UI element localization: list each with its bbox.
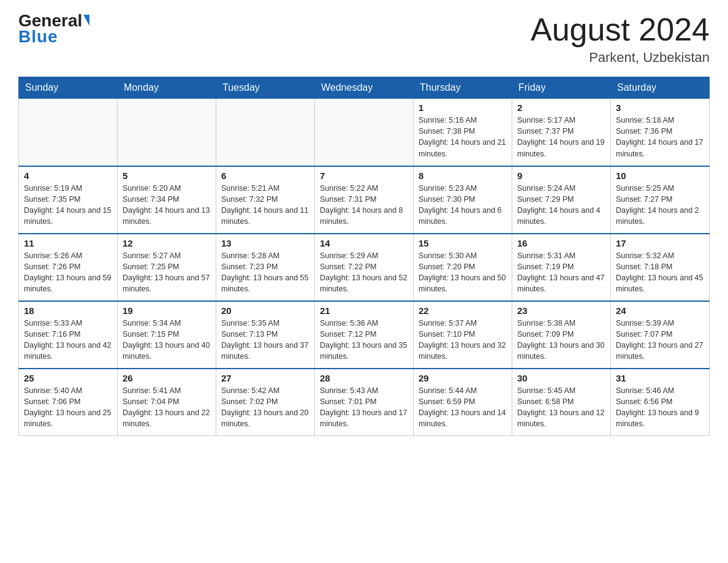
day-number: 26 bbox=[123, 373, 211, 383]
calendar-week-3: 11Sunrise: 5:26 AM Sunset: 7:26 PM Dayli… bbox=[19, 234, 710, 301]
day-info: Sunrise: 5:33 AM Sunset: 7:16 PM Dayligh… bbox=[24, 318, 112, 362]
table-row: 28Sunrise: 5:43 AM Sunset: 7:01 PM Dayli… bbox=[315, 369, 414, 436]
day-info: Sunrise: 5:28 AM Sunset: 7:23 PM Dayligh… bbox=[221, 250, 309, 295]
table-row: 18Sunrise: 5:33 AM Sunset: 7:16 PM Dayli… bbox=[19, 301, 118, 369]
day-info: Sunrise: 5:32 AM Sunset: 7:18 PM Dayligh… bbox=[616, 250, 704, 295]
table-row: 8Sunrise: 5:23 AM Sunset: 7:30 PM Daylig… bbox=[414, 166, 512, 234]
location-title: Parkent, Uzbekistan bbox=[531, 50, 710, 66]
day-info: Sunrise: 5:17 AM Sunset: 7:37 PM Dayligh… bbox=[517, 115, 605, 159]
day-info: Sunrise: 5:31 AM Sunset: 7:19 PM Dayligh… bbox=[517, 250, 605, 295]
day-info: Sunrise: 5:41 AM Sunset: 7:04 PM Dayligh… bbox=[123, 385, 211, 430]
day-number: 27 bbox=[221, 373, 309, 383]
table-row: 20Sunrise: 5:35 AM Sunset: 7:13 PM Dayli… bbox=[216, 301, 315, 369]
calendar-week-4: 18Sunrise: 5:33 AM Sunset: 7:16 PM Dayli… bbox=[19, 301, 710, 369]
day-info: Sunrise: 5:46 AM Sunset: 6:56 PM Dayligh… bbox=[616, 385, 704, 430]
day-number: 9 bbox=[517, 170, 605, 181]
day-number: 2 bbox=[517, 102, 605, 113]
day-info: Sunrise: 5:45 AM Sunset: 6:58 PM Dayligh… bbox=[517, 385, 605, 430]
day-info: Sunrise: 5:42 AM Sunset: 7:02 PM Dayligh… bbox=[221, 385, 309, 430]
day-number: 29 bbox=[419, 373, 507, 383]
day-info: Sunrise: 5:26 AM Sunset: 7:26 PM Dayligh… bbox=[24, 250, 112, 295]
day-info: Sunrise: 5:19 AM Sunset: 7:35 PM Dayligh… bbox=[24, 183, 112, 228]
col-header-wednesday: Wednesday bbox=[315, 77, 414, 99]
col-header-sunday: Sunday bbox=[19, 77, 118, 99]
col-header-thursday: Thursday bbox=[414, 77, 512, 99]
day-info: Sunrise: 5:25 AM Sunset: 7:27 PM Dayligh… bbox=[616, 183, 704, 228]
day-number: 22 bbox=[419, 305, 507, 316]
day-info: Sunrise: 5:24 AM Sunset: 7:29 PM Dayligh… bbox=[517, 183, 605, 228]
table-row: 2Sunrise: 5:17 AM Sunset: 7:37 PM Daylig… bbox=[512, 99, 611, 166]
calendar-week-5: 25Sunrise: 5:40 AM Sunset: 7:06 PM Dayli… bbox=[19, 369, 710, 436]
table-row bbox=[118, 99, 216, 166]
table-row: 1Sunrise: 5:16 AM Sunset: 7:38 PM Daylig… bbox=[414, 99, 512, 166]
table-row: 13Sunrise: 5:28 AM Sunset: 7:23 PM Dayli… bbox=[216, 234, 315, 301]
table-row: 27Sunrise: 5:42 AM Sunset: 7:02 PM Dayli… bbox=[216, 369, 315, 436]
day-number: 20 bbox=[221, 305, 309, 316]
calendar-header-row: Sunday Monday Tuesday Wednesday Thursday… bbox=[19, 77, 710, 99]
table-row: 26Sunrise: 5:41 AM Sunset: 7:04 PM Dayli… bbox=[118, 369, 216, 436]
table-row bbox=[315, 99, 414, 166]
table-row: 22Sunrise: 5:37 AM Sunset: 7:10 PM Dayli… bbox=[414, 301, 512, 369]
day-number: 11 bbox=[24, 238, 112, 248]
header: General Blue August 2024 Parkent, Uzbeki… bbox=[18, 12, 710, 66]
table-row: 9Sunrise: 5:24 AM Sunset: 7:29 PM Daylig… bbox=[512, 166, 611, 234]
table-row: 10Sunrise: 5:25 AM Sunset: 7:27 PM Dayli… bbox=[611, 166, 710, 234]
col-header-tuesday: Tuesday bbox=[216, 77, 315, 99]
day-number: 23 bbox=[517, 305, 605, 316]
col-header-monday: Monday bbox=[118, 77, 216, 99]
day-number: 30 bbox=[517, 373, 605, 383]
day-info: Sunrise: 5:30 AM Sunset: 7:20 PM Dayligh… bbox=[419, 250, 507, 295]
day-number: 15 bbox=[419, 238, 507, 248]
day-number: 12 bbox=[123, 238, 211, 248]
day-number: 14 bbox=[320, 238, 408, 248]
table-row: 15Sunrise: 5:30 AM Sunset: 7:20 PM Dayli… bbox=[414, 234, 512, 301]
table-row: 23Sunrise: 5:38 AM Sunset: 7:09 PM Dayli… bbox=[512, 301, 611, 369]
day-number: 31 bbox=[616, 373, 704, 383]
calendar-week-1: 1Sunrise: 5:16 AM Sunset: 7:38 PM Daylig… bbox=[19, 99, 710, 166]
table-row: 11Sunrise: 5:26 AM Sunset: 7:26 PM Dayli… bbox=[19, 234, 118, 301]
day-info: Sunrise: 5:22 AM Sunset: 7:31 PM Dayligh… bbox=[320, 183, 408, 228]
table-row: 17Sunrise: 5:32 AM Sunset: 7:18 PM Dayli… bbox=[611, 234, 710, 301]
table-row: 3Sunrise: 5:18 AM Sunset: 7:36 PM Daylig… bbox=[611, 99, 710, 166]
day-number: 28 bbox=[320, 373, 408, 383]
day-number: 21 bbox=[320, 305, 408, 316]
day-number: 7 bbox=[320, 170, 408, 181]
table-row: 7Sunrise: 5:22 AM Sunset: 7:31 PM Daylig… bbox=[315, 166, 414, 234]
day-number: 5 bbox=[123, 170, 211, 181]
month-title: August 2024 bbox=[531, 12, 710, 47]
day-number: 13 bbox=[221, 238, 309, 248]
day-number: 24 bbox=[616, 305, 704, 316]
day-info: Sunrise: 5:38 AM Sunset: 7:09 PM Dayligh… bbox=[517, 318, 605, 362]
day-info: Sunrise: 5:44 AM Sunset: 6:59 PM Dayligh… bbox=[419, 385, 507, 430]
col-header-saturday: Saturday bbox=[611, 77, 710, 99]
day-info: Sunrise: 5:37 AM Sunset: 7:10 PM Dayligh… bbox=[419, 318, 507, 362]
table-row: 12Sunrise: 5:27 AM Sunset: 7:25 PM Dayli… bbox=[118, 234, 216, 301]
day-number: 6 bbox=[221, 170, 309, 181]
table-row: 21Sunrise: 5:36 AM Sunset: 7:12 PM Dayli… bbox=[315, 301, 414, 369]
day-info: Sunrise: 5:18 AM Sunset: 7:36 PM Dayligh… bbox=[616, 115, 704, 159]
day-info: Sunrise: 5:34 AM Sunset: 7:15 PM Dayligh… bbox=[123, 318, 211, 362]
day-number: 17 bbox=[616, 238, 704, 248]
day-number: 16 bbox=[517, 238, 605, 248]
table-row: 24Sunrise: 5:39 AM Sunset: 7:07 PM Dayli… bbox=[611, 301, 710, 369]
col-header-friday: Friday bbox=[512, 77, 611, 99]
table-row: 30Sunrise: 5:45 AM Sunset: 6:58 PM Dayli… bbox=[512, 369, 611, 436]
day-number: 4 bbox=[24, 170, 112, 181]
table-row: 6Sunrise: 5:21 AM Sunset: 7:32 PM Daylig… bbox=[216, 166, 315, 234]
calendar-table: Sunday Monday Tuesday Wednesday Thursday… bbox=[18, 77, 710, 436]
day-number: 19 bbox=[123, 305, 211, 316]
day-number: 10 bbox=[616, 170, 704, 181]
day-info: Sunrise: 5:23 AM Sunset: 7:30 PM Dayligh… bbox=[419, 183, 507, 228]
day-info: Sunrise: 5:43 AM Sunset: 7:01 PM Dayligh… bbox=[320, 385, 408, 430]
day-info: Sunrise: 5:29 AM Sunset: 7:22 PM Dayligh… bbox=[320, 250, 408, 295]
day-info: Sunrise: 5:20 AM Sunset: 7:34 PM Dayligh… bbox=[123, 183, 211, 228]
day-number: 8 bbox=[419, 170, 507, 181]
table-row: 5Sunrise: 5:20 AM Sunset: 7:34 PM Daylig… bbox=[118, 166, 216, 234]
table-row bbox=[216, 99, 315, 166]
title-area: August 2024 Parkent, Uzbekistan bbox=[531, 12, 710, 66]
calendar-week-2: 4Sunrise: 5:19 AM Sunset: 7:35 PM Daylig… bbox=[19, 166, 710, 234]
day-info: Sunrise: 5:21 AM Sunset: 7:32 PM Dayligh… bbox=[221, 183, 309, 228]
table-row: 14Sunrise: 5:29 AM Sunset: 7:22 PM Dayli… bbox=[315, 234, 414, 301]
table-row: 4Sunrise: 5:19 AM Sunset: 7:35 PM Daylig… bbox=[19, 166, 118, 234]
day-info: Sunrise: 5:40 AM Sunset: 7:06 PM Dayligh… bbox=[24, 385, 112, 430]
